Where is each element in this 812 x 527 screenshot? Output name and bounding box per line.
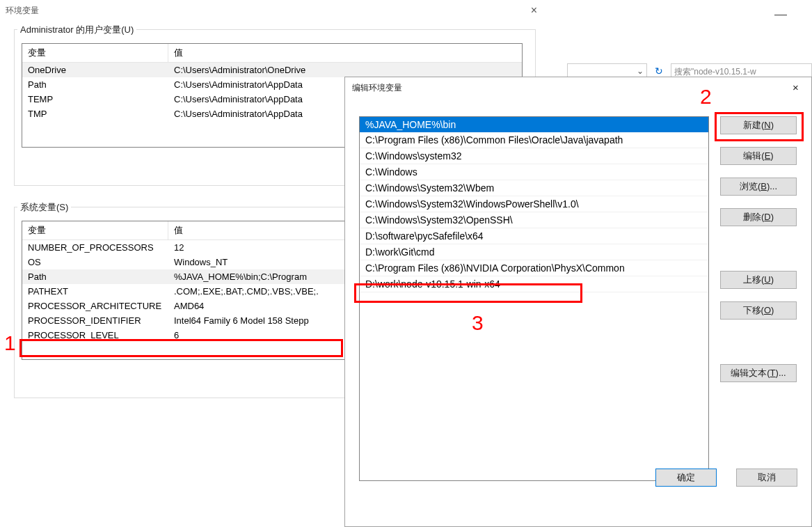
refresh-icon[interactable]: ↻ [653,65,665,77]
list-item[interactable]: %JAVA_HOME%\bin [360,117,708,132]
user-vars-header-val: 值 [168,44,522,62]
close-icon[interactable]: × [780,78,811,97]
list-item[interactable]: C:\Windows\System32\WindowsPowerShell\v1… [360,196,708,212]
user-vars-header-var: 变量 [22,44,168,62]
move-up-button[interactable]: 上移(U) [720,271,797,289]
system-vars-header-var: 变量 [22,221,168,239]
list-item[interactable]: C:\Windows\System32\Wbem [360,180,708,196]
list-item[interactable]: C:\Program Files (x86)\Common Files\Orac… [360,132,708,148]
list-item[interactable]: D:\work\node-v10.15.1-win-x64 [360,276,708,292]
edit-text-button[interactable]: 编辑文本(T)... [720,364,797,382]
edit-button[interactable]: 编辑(E) [720,147,797,165]
list-item[interactable]: C:\Windows [360,164,708,180]
list-item[interactable]: C:\Program Files (x86)\NVIDIA Corporatio… [360,260,708,276]
user-vars-legend: Administrator 的用户变量(U) [17,24,136,36]
move-down-button[interactable]: 下移(O) [720,301,797,320]
system-vars-legend: 系统变量(S) [17,201,71,214]
env-vars-titlebar: 环境变量 × [0,0,550,21]
edit-env-var-dialog: 编辑环境变量 × %JAVA_HOME%\bin C:\Program File… [344,77,812,527]
new-button[interactable]: 新建(N) [720,116,797,134]
table-row[interactable]: OneDrive C:\Users\Administrator\OneDrive [22,63,522,77]
delete-button[interactable]: 删除(D) [720,208,797,226]
env-vars-title: 环境变量 [6,0,39,21]
ok-button[interactable]: 确定 [655,469,717,487]
list-item[interactable]: C:\Windows\system32 [360,148,708,164]
edit-dialog-titlebar: 编辑环境变量 × [345,77,811,98]
list-item[interactable]: D:\work\Git\cmd [360,244,708,260]
close-icon[interactable]: × [518,1,550,20]
cancel-button[interactable]: 取消 [736,469,797,487]
bg-minimize-icon: — [770,7,791,22]
edit-dialog-title: 编辑环境变量 [352,77,402,98]
list-item[interactable]: D:\software\pycSafefile\x64 [360,228,708,244]
list-item[interactable]: C:\Windows\System32\OpenSSH\ [360,212,708,228]
browse-button[interactable]: 浏览(B)... [720,178,797,196]
chevron-down-icon: ⌄ [637,66,644,76]
path-listbox[interactable]: %JAVA_HOME%\bin C:\Program Files (x86)\C… [359,116,709,481]
